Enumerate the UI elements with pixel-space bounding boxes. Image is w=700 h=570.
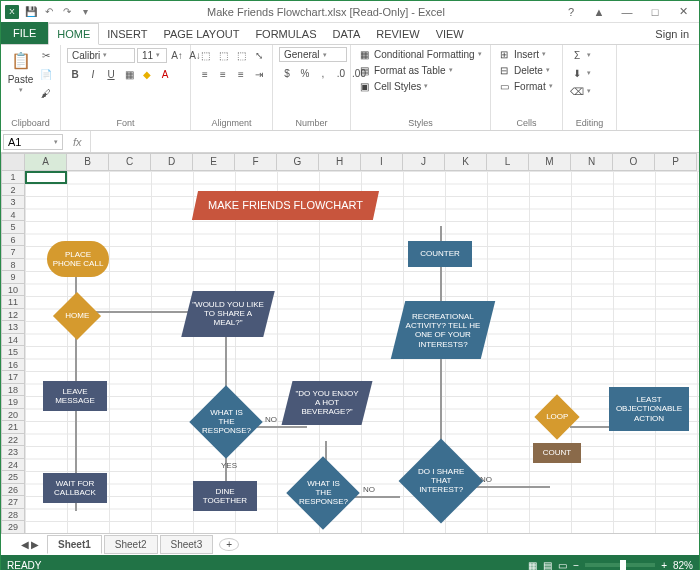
grow-font-icon[interactable]: A↑ bbox=[169, 47, 185, 63]
row-header[interactable]: 14 bbox=[1, 334, 25, 347]
col-header[interactable]: K bbox=[445, 153, 487, 171]
row-header[interactable]: 2 bbox=[1, 184, 25, 197]
col-header[interactable]: H bbox=[319, 153, 361, 171]
row-header[interactable]: 10 bbox=[1, 284, 25, 297]
view-page-break-icon[interactable]: ▭ bbox=[558, 560, 567, 571]
col-header[interactable]: B bbox=[67, 153, 109, 171]
maximize-button[interactable]: □ bbox=[643, 3, 667, 21]
row-header[interactable]: 7 bbox=[1, 246, 25, 259]
file-tab[interactable]: FILE bbox=[1, 22, 48, 44]
sign-in-link[interactable]: Sign in bbox=[645, 24, 699, 44]
node-dine-together[interactable]: DINE TOGETHER bbox=[193, 481, 257, 511]
fill-color-icon[interactable]: ◆ bbox=[139, 66, 155, 82]
node-response-1[interactable]: WHAT IS THE RESPONSE? bbox=[189, 385, 263, 459]
col-header[interactable]: L bbox=[487, 153, 529, 171]
col-header[interactable]: M bbox=[529, 153, 571, 171]
sheet-tab[interactable]: Sheet2 bbox=[104, 535, 158, 554]
col-header[interactable]: A bbox=[25, 153, 67, 171]
tab-formulas[interactable]: FORMULAS bbox=[247, 24, 324, 44]
formula-input[interactable] bbox=[90, 131, 699, 152]
copy-icon[interactable]: 📄 bbox=[38, 66, 54, 82]
row-header[interactable]: 11 bbox=[1, 296, 25, 309]
font-name-select[interactable]: Calibri▾ bbox=[67, 48, 135, 63]
help-button[interactable]: ? bbox=[559, 3, 583, 21]
node-place-call[interactable]: PLACE PHONE CALL bbox=[47, 241, 109, 277]
view-normal-icon[interactable]: ▦ bbox=[528, 560, 537, 571]
format-as-table-button[interactable]: ▤Format as Table▾ bbox=[357, 63, 453, 77]
percent-icon[interactable]: % bbox=[297, 65, 313, 81]
row-header[interactable]: 23 bbox=[1, 446, 25, 459]
font-color-icon[interactable]: A bbox=[157, 66, 173, 82]
cell-styles-button[interactable]: ▣Cell Styles▾ bbox=[357, 79, 428, 93]
border-icon[interactable]: ▦ bbox=[121, 66, 137, 82]
bold-button[interactable]: B bbox=[67, 66, 83, 82]
row-header[interactable]: 27 bbox=[1, 496, 25, 509]
node-least-objectionable[interactable]: LEAST OBJECTIONABLE ACTION bbox=[609, 387, 689, 431]
node-response-2[interactable]: WHAT IS THE RESPONSE? bbox=[286, 456, 360, 530]
zoom-level[interactable]: 82% bbox=[673, 560, 693, 571]
sheet-tab[interactable]: Sheet1 bbox=[47, 535, 102, 554]
row-header[interactable]: 8 bbox=[1, 259, 25, 272]
row-header[interactable]: 5 bbox=[1, 221, 25, 234]
col-header[interactable]: D bbox=[151, 153, 193, 171]
row-header[interactable]: 15 bbox=[1, 346, 25, 359]
row-header[interactable]: 9 bbox=[1, 271, 25, 284]
align-bottom-icon[interactable]: ⬚ bbox=[233, 47, 249, 63]
sheet-tab[interactable]: Sheet3 bbox=[160, 535, 214, 554]
row-header[interactable]: 26 bbox=[1, 484, 25, 497]
zoom-slider[interactable] bbox=[585, 563, 655, 567]
increase-decimal-icon[interactable]: .0 bbox=[333, 65, 349, 81]
row-header[interactable]: 24 bbox=[1, 459, 25, 472]
col-header[interactable]: C bbox=[109, 153, 151, 171]
row-header[interactable]: 3 bbox=[1, 196, 25, 209]
row-header[interactable]: 22 bbox=[1, 434, 25, 447]
italic-button[interactable]: I bbox=[85, 66, 101, 82]
save-icon[interactable]: 💾 bbox=[23, 4, 39, 20]
node-home[interactable]: HOME bbox=[53, 292, 101, 340]
currency-icon[interactable]: $ bbox=[279, 65, 295, 81]
insert-button[interactable]: ⊞Insert▾ bbox=[497, 47, 546, 61]
node-recreational[interactable]: RECREATIONAL ACTIVITY? TELL HE ONE OF YO… bbox=[391, 301, 495, 359]
qat-dropdown-icon[interactable]: ▾ bbox=[77, 4, 93, 20]
row-header[interactable]: 16 bbox=[1, 359, 25, 372]
tab-view[interactable]: VIEW bbox=[428, 24, 472, 44]
add-sheet-button[interactable]: + bbox=[219, 538, 239, 551]
col-header[interactable]: N bbox=[571, 153, 613, 171]
row-header[interactable]: 6 bbox=[1, 234, 25, 247]
indent-icon[interactable]: ⇥ bbox=[251, 66, 267, 82]
node-count[interactable]: COUNT bbox=[533, 443, 581, 463]
close-button[interactable]: ✕ bbox=[671, 3, 695, 21]
col-header[interactable]: G bbox=[277, 153, 319, 171]
node-wait-callback[interactable]: WAIT FOR CALLBACK bbox=[43, 473, 107, 503]
align-left-icon[interactable]: ≡ bbox=[197, 66, 213, 82]
tab-home[interactable]: HOME bbox=[48, 23, 99, 45]
row-header[interactable]: 29 bbox=[1, 521, 25, 533]
row-header[interactable]: 1 bbox=[1, 171, 25, 184]
node-share-interest[interactable]: DO I SHARE THAT INTEREST? bbox=[399, 439, 484, 524]
name-box[interactable]: A1▾ bbox=[3, 134, 63, 150]
format-painter-icon[interactable]: 🖌 bbox=[38, 85, 54, 101]
row-header[interactable]: 12 bbox=[1, 309, 25, 322]
col-header[interactable]: P bbox=[655, 153, 697, 171]
tab-page-layout[interactable]: PAGE LAYOUT bbox=[155, 24, 247, 44]
conditional-formatting-button[interactable]: ▦Conditional Formatting▾ bbox=[357, 47, 482, 61]
zoom-out-button[interactable]: − bbox=[573, 560, 579, 571]
tab-data[interactable]: DATA bbox=[325, 24, 369, 44]
undo-icon[interactable]: ↶ bbox=[41, 4, 57, 20]
delete-button[interactable]: ⊟Delete▾ bbox=[497, 63, 550, 77]
underline-button[interactable]: U bbox=[103, 66, 119, 82]
font-size-select[interactable]: 11▾ bbox=[137, 48, 167, 63]
fx-icon[interactable]: fx bbox=[65, 136, 90, 148]
orientation-icon[interactable]: ⤡ bbox=[251, 47, 267, 63]
row-header[interactable]: 18 bbox=[1, 384, 25, 397]
row-header[interactable]: 25 bbox=[1, 471, 25, 484]
row-header[interactable]: 4 bbox=[1, 209, 25, 222]
col-header[interactable]: F bbox=[235, 153, 277, 171]
row-header[interactable]: 21 bbox=[1, 421, 25, 434]
row-header[interactable]: 20 bbox=[1, 409, 25, 422]
col-header[interactable]: O bbox=[613, 153, 655, 171]
node-counter[interactable]: COUNTER bbox=[408, 241, 472, 267]
row-header[interactable]: 28 bbox=[1, 509, 25, 522]
tab-review[interactable]: REVIEW bbox=[368, 24, 427, 44]
align-right-icon[interactable]: ≡ bbox=[233, 66, 249, 82]
